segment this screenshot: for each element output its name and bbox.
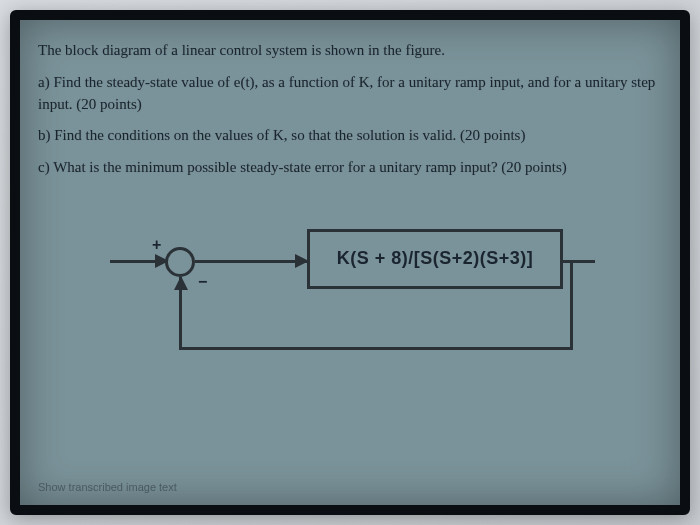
problem-text: The block diagram of a linear control sy… — [38, 40, 662, 189]
problem-frame: The block diagram of a linear control sy… — [10, 10, 690, 515]
arrow-to-sum-feedback-icon — [174, 276, 188, 290]
output-line — [563, 260, 595, 263]
intro-text: The block diagram of a linear control sy… — [38, 40, 662, 62]
transfer-function-text: K(S + 8)/[S(S+2)(S+3)] — [337, 248, 534, 269]
sum-to-block-line — [195, 260, 308, 263]
minus-sign: − — [198, 273, 207, 291]
show-transcribed-link[interactable]: Show transcribed image text — [38, 481, 662, 493]
part-b: b) Find the conditions on the values of … — [38, 125, 662, 147]
feedback-right-vertical — [570, 260, 573, 350]
summing-junction — [165, 247, 195, 277]
feedback-horizontal — [180, 347, 573, 350]
diagram-container: + − K(S + 8)/[S(S+2)(S+3)] — [38, 205, 662, 375]
part-c: c) What is the minimum possible steady-s… — [38, 157, 662, 179]
block-diagram: + − K(S + 8)/[S(S+2)(S+3)] — [100, 205, 600, 375]
transfer-function-block: K(S + 8)/[S(S+2)(S+3)] — [307, 229, 563, 289]
plus-sign: + — [152, 236, 161, 254]
part-a: a) Find the steady-state value of e(t), … — [38, 72, 662, 116]
